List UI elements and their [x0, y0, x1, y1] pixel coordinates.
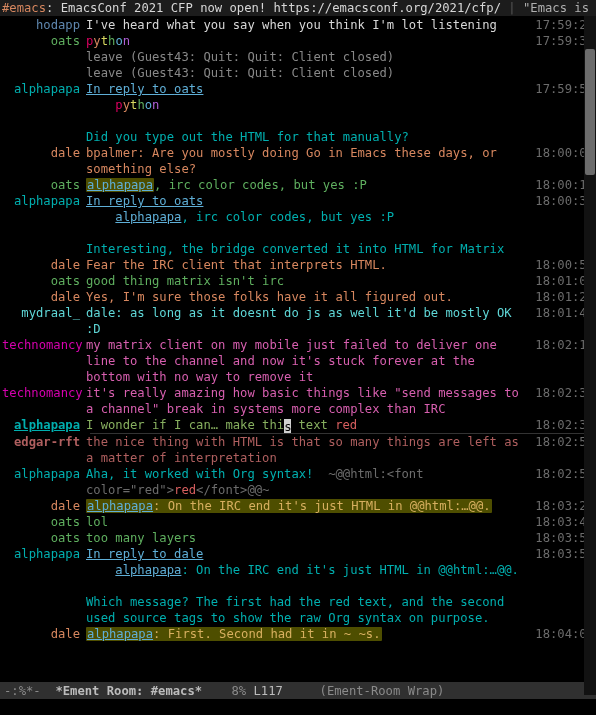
message-body: too many layers [86, 530, 526, 546]
modeline-room-label: *Ement Room: [55, 683, 150, 699]
nick-column: oats [2, 33, 86, 49]
colored-word-red: red [335, 418, 357, 432]
message-body: Aha, it worked with Org syntax! ~@@html:… [86, 466, 526, 498]
message-body: Yes, I'm sure those folks have it all fi… [86, 289, 526, 305]
modeline-room-name: #emacs* [151, 683, 202, 699]
chat-row: oatspython17:59:31 [2, 33, 594, 49]
mention-link[interactable]: alphapapa [115, 563, 181, 577]
chat-row: daleFear the IRC client that interprets … [2, 257, 594, 273]
message-body: python [86, 33, 526, 49]
reply-label[interactable]: In reply to [86, 194, 174, 208]
message-body: Did you type out the HTML for that manua… [86, 129, 526, 145]
scrollbar-track[interactable] [584, 16, 596, 695]
highlighted-message: alphapapa: First. Second had it in ~ ~s. [86, 627, 382, 641]
self-message-text: I wonder if I can… make thi [86, 418, 284, 432]
nick-column: alphapapa [2, 546, 86, 562]
message-body: it's really amazing how basic things lik… [86, 385, 526, 417]
message-body: Which message? The first had the red tex… [86, 594, 526, 626]
rainbow-letter: o [115, 34, 122, 48]
nick-column: oats [2, 514, 86, 530]
mention-highlight[interactable]: alphapapa [87, 499, 153, 513]
nick-column: dale [2, 257, 86, 273]
nick-column: alphapapa [2, 466, 86, 482]
message-body: In reply to oats [86, 81, 526, 97]
chat-row: oatstoo many layers18:03:52 [2, 530, 594, 546]
message-body: leave (Guest43: Quit: Quit: Client close… [86, 49, 526, 65]
rainbow-letter: n [123, 34, 130, 48]
nick-column: technomancy [2, 337, 86, 353]
header-topic-extra: "Emacs is a co [523, 1, 596, 15]
chat-row: dalealphapapa: First. Second had it in ~… [2, 626, 594, 642]
chat-row: technomancymy matrix client on my mobile… [2, 337, 594, 385]
modeline-mode: (Ement-Room Wrap) [320, 683, 445, 699]
message-body: python [86, 97, 526, 113]
nick-column: oats [2, 273, 86, 289]
rainbow-letter: o [145, 98, 152, 112]
message-body: lol [86, 514, 526, 530]
message-body: alphapapa: On the IRC end it's just HTML… [86, 498, 526, 514]
chat-buffer[interactable]: hodappI've heard what you say when you t… [0, 16, 596, 682]
chat-row: technomancyit's really amazing how basic… [2, 385, 594, 417]
chat-row: alphapapaAha, it worked with Org syntax!… [2, 466, 594, 498]
nick-column: mydraal_ [2, 305, 86, 321]
mention-link[interactable]: alphapapa [115, 210, 181, 224]
chat-row: leave (Guest43: Quit: Quit: Client close… [2, 65, 594, 81]
blank-line [2, 113, 594, 129]
rainbow-letter: n [152, 98, 159, 112]
minibuffer[interactable] [0, 699, 596, 715]
nick-column: dale [2, 145, 86, 161]
rainbow-letter: t [101, 34, 108, 48]
emacs-window: #emacs: EmacsConf 2021 CFP now open! htt… [0, 0, 596, 715]
chat-row: Interesting, the bridge converted it int… [2, 241, 594, 257]
message-text: , irc color codes, but yes :P [181, 210, 394, 224]
reply-target-link[interactable]: dale [174, 547, 203, 561]
chat-row: alphapapaIn reply to oats17:59:58 [2, 81, 594, 97]
chat-row: oatslol18:03:46 [2, 514, 594, 530]
reply-target-link[interactable]: oats [174, 194, 203, 208]
chat-row: Which message? The first had the red tex… [2, 594, 594, 626]
chat-row: alphapapa: On the IRC end it's just HTML… [2, 562, 594, 578]
message-body: Fear the IRC client that interprets HTML… [86, 257, 526, 273]
chat-row: oatsgood thing matrix isn't irc18:01:05 [2, 273, 594, 289]
message-body: Interesting, the bridge converted it int… [86, 241, 526, 257]
modeline-percent: 8% [232, 683, 247, 699]
nick-column: oats [2, 530, 86, 546]
nick-column: dale [2, 498, 86, 514]
message-body: alphapapa, irc color codes, but yes :P [86, 177, 526, 193]
chat-row: dalebpalmer: Are you mostly doing Go in … [2, 145, 594, 177]
message-body: good thing matrix isn't irc [86, 273, 526, 289]
nick-column: dale [2, 289, 86, 305]
message-body: the nice thing with HTML is that so many… [86, 434, 526, 466]
chat-row: leave (Guest43: Quit: Quit: Client close… [2, 49, 594, 65]
message-body: dale: as long as it doesnt do js as well… [86, 305, 526, 337]
nick-column: oats [2, 177, 86, 193]
chat-row: python [2, 97, 594, 113]
message-body: bpalmer: Are you mostly doing Go in Emac… [86, 145, 526, 177]
message-body: alphapapa, irc color codes, but yes :P [86, 209, 526, 225]
modeline-status: -:%*- [4, 683, 41, 699]
chat-row: alphapapaI wonder if I can… make this te… [2, 417, 594, 433]
message-text: , irc color codes, but yes :P [154, 178, 367, 192]
nick-column: technomancy [2, 385, 86, 401]
message-body: my matrix client on my mobile just faile… [86, 337, 526, 385]
chat-row: dalealphapapa: On the IRC end it's just … [2, 498, 594, 514]
blank-line [2, 578, 594, 594]
mention-highlight[interactable]: alphapapa [86, 178, 154, 192]
scrollbar-thumb[interactable] [585, 49, 595, 175]
reply-label[interactable]: In reply to [86, 547, 174, 561]
nick-column: alphapapa [2, 81, 86, 97]
header-channel: #emacs [2, 1, 46, 15]
blank-line [2, 225, 594, 241]
chat-row: alphapapaIn reply to oats18:00:35 [2, 193, 594, 209]
reply-label[interactable]: In reply to [86, 82, 174, 96]
mode-line: -:%*- *Ement Room: #emacs* 8% L117 (Emen… [0, 682, 596, 699]
mention-highlight[interactable]: alphapapa [87, 627, 153, 641]
highlighted-message: alphapapa: On the IRC end it's just HTML… [86, 499, 492, 513]
nick-column: alphapapa [2, 417, 86, 433]
chat-row: hodappI've heard what you say when you t… [2, 17, 594, 33]
nick-column: dale [2, 626, 86, 642]
chat-row: oatsalphapapa, irc color codes, but yes … [2, 177, 594, 193]
chat-row: alphapapaIn reply to dale18:03:59 [2, 546, 594, 562]
rainbow-letter: p [115, 98, 122, 112]
reply-target-link[interactable]: oats [174, 82, 203, 96]
